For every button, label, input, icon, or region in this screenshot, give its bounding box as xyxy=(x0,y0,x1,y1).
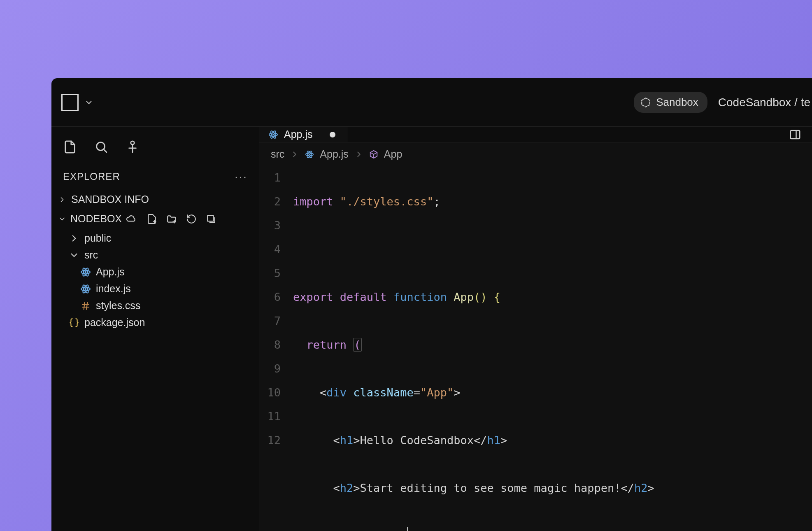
sandbox-pill[interactable]: Sandbox xyxy=(634,92,707,113)
svg-point-22 xyxy=(272,134,274,135)
line-number: 4 xyxy=(259,238,281,261)
chevron-right-icon xyxy=(354,150,363,159)
line-number: 7 xyxy=(259,309,281,333)
gutter: 1 2 3 4 5 6 7 8 9 10 11 12 xyxy=(259,166,293,531)
line-number: 5 xyxy=(259,261,281,285)
tabbar-right xyxy=(778,127,812,142)
svg-point-14 xyxy=(85,288,86,289)
hash-icon xyxy=(80,300,91,311)
chevron-right-icon xyxy=(290,150,299,159)
tree-folder-src[interactable]: src xyxy=(51,247,259,263)
line-number: 9 xyxy=(259,357,281,381)
sidebar: EXPLORER ··· SANDBOX INFO NODEBOX xyxy=(51,127,259,531)
titlebar-left xyxy=(61,94,93,111)
modified-dot-icon xyxy=(330,132,335,137)
svg-line-20 xyxy=(84,302,85,309)
git-icon[interactable] xyxy=(126,140,140,154)
chevron-down-icon xyxy=(69,250,79,261)
code-lines[interactable]: import "./styles.css"; export default fu… xyxy=(293,166,812,531)
section-sandbox-info[interactable]: SANDBOX INFO xyxy=(51,189,259,210)
code-line[interactable]: <h2>Start editing to see some magic happ… xyxy=(293,476,812,500)
line-number: 1 xyxy=(259,166,281,190)
tab-label: App.js xyxy=(284,128,312,140)
svg-line-1 xyxy=(104,149,106,152)
braces-icon xyxy=(69,317,79,328)
app-window: Sandbox CodeSandbox / te EXPLORER ··· xyxy=(51,78,812,531)
crumb-src[interactable]: src xyxy=(271,148,284,160)
svg-line-21 xyxy=(86,302,87,309)
ghost-suggestion: color: red">Hello World</h3> xyxy=(408,529,596,531)
chevron-down-icon[interactable] xyxy=(84,98,93,107)
crumb-file[interactable]: App.js xyxy=(320,148,348,160)
sandbox-pill-label: Sandbox xyxy=(656,96,698,109)
line-number: 10 xyxy=(259,381,281,405)
new-file-icon[interactable] xyxy=(147,214,157,224)
search-icon[interactable] xyxy=(94,140,108,154)
line-number: 3 xyxy=(259,214,281,238)
titlebar: Sandbox CodeSandbox / te xyxy=(51,78,812,127)
file-icon[interactable] xyxy=(63,140,77,154)
new-folder-icon[interactable] xyxy=(166,214,177,224)
split-editor-icon[interactable] xyxy=(789,128,801,141)
code-editor[interactable]: 1 2 3 4 5 6 7 8 9 10 11 12 import "./sty… xyxy=(259,166,812,531)
titlebar-right: Sandbox CodeSandbox / te xyxy=(634,92,810,113)
code-line[interactable]: <h3 style="color: red">Hello World</h3> xyxy=(293,524,812,531)
section-label: NODEBOX xyxy=(70,213,122,225)
code-line[interactable]: export default function App() { xyxy=(293,285,812,309)
svg-point-28 xyxy=(309,154,310,155)
sandbox-icon xyxy=(640,97,651,108)
breadcrumb-bar: src App.js App xyxy=(259,142,812,166)
chevron-right-icon xyxy=(58,196,66,204)
svg-rect-9 xyxy=(207,215,213,221)
app-menu-icon[interactable] xyxy=(61,94,79,111)
collapse-all-icon[interactable] xyxy=(206,214,216,224)
line-number: 2 xyxy=(259,190,281,214)
editor-pane: App.js src App.js xyxy=(259,127,812,531)
cube-icon xyxy=(369,150,378,159)
refresh-icon[interactable] xyxy=(186,214,197,224)
tree-folder-public[interactable]: public xyxy=(51,230,259,247)
react-icon xyxy=(80,267,91,277)
tree-label: App.js xyxy=(96,266,124,278)
explorer-label: EXPLORER xyxy=(63,171,120,182)
explorer-header: EXPLORER ··· xyxy=(51,161,259,189)
code-line[interactable]: <div className="App"> xyxy=(293,381,812,405)
tree-label: styles.css xyxy=(96,300,140,312)
line-number: 6 xyxy=(259,285,281,309)
code-line[interactable]: return ( xyxy=(293,333,812,357)
more-icon[interactable]: ··· xyxy=(235,170,247,184)
tree-label: index.js xyxy=(96,283,131,295)
crumb-symbol[interactable]: App xyxy=(384,148,402,160)
title-breadcrumb[interactable]: CodeSandbox / te xyxy=(718,96,810,109)
tree-file-app-js[interactable]: App.js xyxy=(51,263,259,280)
tab-app-js[interactable]: App.js xyxy=(259,127,347,142)
cloud-sync-icon[interactable] xyxy=(126,214,137,224)
section-nodebox[interactable]: NODEBOX xyxy=(51,210,259,228)
sidebar-icon-row xyxy=(51,133,259,161)
line-number: 12 xyxy=(259,429,281,452)
tree-file-styles-css[interactable]: styles.css xyxy=(51,297,259,314)
tree-file-index-js[interactable]: index.js xyxy=(51,280,259,297)
react-icon xyxy=(80,284,91,294)
tree-label: src xyxy=(84,249,98,261)
folder-actions xyxy=(147,214,216,224)
chevron-down-icon xyxy=(58,215,66,223)
line-number: 11 xyxy=(259,405,281,429)
tab-bar: App.js xyxy=(259,127,812,142)
svg-rect-26 xyxy=(791,130,800,139)
section-label: SANDBOX INFO xyxy=(71,193,149,205)
file-tree: public src App.js xyxy=(51,228,259,331)
code-line[interactable]: <h1>Hello CodeSandbox</h1> xyxy=(293,429,812,452)
react-icon xyxy=(305,150,314,159)
main-body: EXPLORER ··· SANDBOX INFO NODEBOX xyxy=(51,127,812,531)
tree-label: public xyxy=(84,232,111,244)
react-icon xyxy=(268,130,278,140)
code-line[interactable]: import "./styles.css"; xyxy=(293,190,812,214)
code-line[interactable] xyxy=(293,238,812,261)
svg-point-10 xyxy=(85,271,86,272)
tree-file-package-json[interactable]: package.json xyxy=(51,314,259,331)
chevron-right-icon xyxy=(69,233,79,244)
tree-label: package.json xyxy=(84,317,145,328)
line-number: 8 xyxy=(259,333,281,357)
